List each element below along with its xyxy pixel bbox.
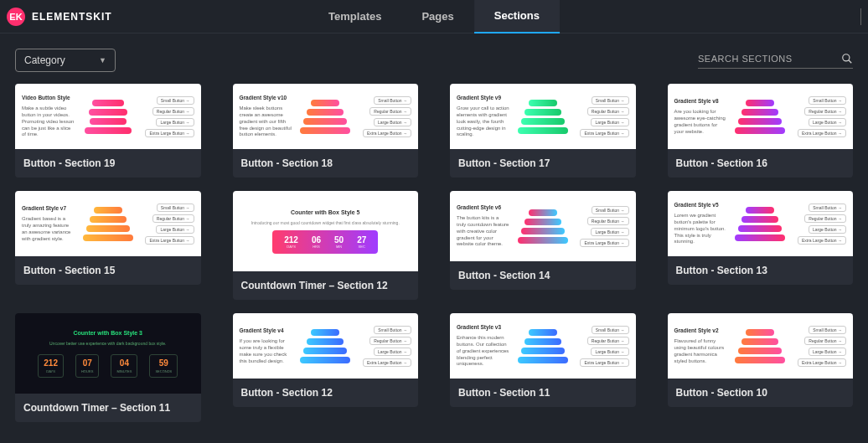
thumb-text: Gradient Style v4 If you are looking for… [240,327,292,365]
thumb-title: Video Button Style [22,95,75,101]
card-button-section-16[interactable]: Gradient Style v8 Are you looking for aw… [668,84,854,178]
pill-icon [741,338,778,345]
thumb-desc: Make a subtle video button in your video… [22,106,75,138]
outline-button: Small Button → [809,203,846,212]
search-box[interactable] [698,53,853,69]
card-button-section-19[interactable]: Video Button Style Make a subtle video b… [15,84,201,178]
svg-line-1 [849,59,852,63]
tab-sections[interactable]: Sections [474,0,560,33]
card-caption: Button - Section 15 [15,256,201,285]
card-button-section-10[interactable]: Gradient Style v2 Flavoured of funny usi… [668,313,854,407]
pill-icon [303,118,347,125]
card-button-section-11[interactable]: Gradient Style v3 Enhance this modern bu… [450,313,636,407]
thumb-desc: Grow your call to action elements with g… [457,106,509,138]
outline-button: Extra Large Button → [798,129,846,137]
card-countdown-timer-section-11[interactable]: Counter with Box Style 3 Uncover better … [15,313,201,422]
pill-icon [89,109,127,116]
category-select[interactable]: Category ▼ [15,49,116,72]
card-caption: Button - Section 16 [668,149,854,178]
countdown-seconds: 59SECONDS [149,354,178,378]
card-button-section-13[interactable]: Gradient Style v5 Lorem we gradient butt… [668,191,854,285]
thumb-text: Gradient Style v10 Make sleek buttons cr… [240,95,292,138]
card-button-section-15[interactable]: Gradient Style v7 Gradient based is a tr… [15,191,201,285]
card-caption: Button - Section 10 [668,379,854,407]
pill-icon [90,118,127,125]
card-button-section-12[interactable]: Gradient Style v4 If you are looking for… [233,313,419,407]
thumb-text: Gradient Style v9 Grow your call to acti… [457,95,509,138]
outline-button: Large Button → [591,228,628,236]
pill-icon [741,109,778,116]
card-button-section-17[interactable]: Gradient Style v9 Grow your call to acti… [450,84,636,178]
pill-icon [746,329,774,336]
outline-button: Regular Button → [587,217,629,225]
pill-icon [738,225,782,232]
tab-templates[interactable]: Templates [308,0,401,33]
search-input[interactable] [698,54,833,64]
thumb-desc: Introducing our most good countdown widg… [251,220,400,225]
pill-icon [300,127,350,134]
thumb-outline-btns: Small Button → Regular Button → Large Bu… [576,96,628,137]
thumb-pills [734,100,787,134]
countdown-hours: 07HOURS [75,354,99,378]
outline-button: Regular Button → [152,214,194,223]
outline-button: Small Button → [157,96,194,105]
pill-icon [90,216,127,223]
thumb-title: Gradient Style v7 [22,205,75,212]
thumb-text: Gradient Style v8 Are you looking for aw… [674,98,727,136]
outline-button: Large Button → [591,348,628,356]
outline-button: Large Button → [156,225,194,234]
thumb-title: Gradient Style v4 [240,327,292,334]
card-thumbnail: Gradient Style v2 Flavoured of funny usi… [668,313,854,379]
card-thumbnail: Gradient Style v5 Lorem we gradient butt… [668,191,854,256]
card-thumbnail: Gradient Style v9 Grow your call to acti… [450,84,636,149]
main-tabs: Templates Pages Sections [308,0,560,33]
outline-button: Extra Large Button → [145,129,194,137]
countdown-seconds: 27SEC [357,235,366,249]
outline-button: Large Button → [809,348,846,356]
card-thumbnail: Video Button Style Make a subtle video b… [15,84,201,149]
card-button-section-18[interactable]: Gradient Style v10 Make sleek buttons cr… [233,84,419,178]
countdown-days: 212DAYS [38,354,64,378]
card-thumbnail: Gradient Style v6 The button kits is a t… [450,191,636,261]
pill-icon [518,237,568,244]
thumb-desc: The button kits is a truly countdown fea… [457,215,509,248]
pill-icon [738,118,782,125]
outline-button: Large Button → [374,118,411,126]
thumb-title: Gradient Style v2 [674,327,727,334]
pill-icon [86,225,130,232]
thumb-text: Gradient Style v5 Lorem we gradient butt… [674,202,727,245]
outline-button: Extra Large Button → [145,236,194,245]
thumb-title: Gradient Style v6 [457,204,509,211]
thumb-title: Counter with Box Style 5 [291,209,359,215]
thumb-pills [734,329,787,363]
card-caption: Button - Section 17 [450,149,636,178]
thumb-desc: Make sleek buttons create an awesome gra… [240,106,292,138]
outline-button: Regular Button → [152,107,194,116]
card-caption: Button - Section 19 [15,149,201,178]
brand-name: ELEMENTSKIT [32,11,112,23]
thumb-pills [734,207,787,241]
pill-icon [738,348,782,354]
tab-pages[interactable]: Pages [401,0,473,33]
pill-icon [521,228,565,234]
card-countdown-timer-section-12[interactable]: Counter with Box Style 5 Introducing our… [233,191,419,300]
category-label: Category [24,54,65,66]
card-button-section-14[interactable]: Gradient Style v6 The button kits is a t… [450,191,636,290]
card-thumbnail: Gradient Style v10 Make sleek buttons cr… [233,84,419,149]
outline-button: Small Button → [374,96,411,105]
thumb-title: Gradient Style v9 [457,95,509,101]
pill-icon [94,207,122,214]
thumb-pills [81,100,134,134]
outline-button: Extra Large Button → [580,239,628,247]
outline-button: Extra Large Button → [798,236,846,245]
outline-button: Large Button → [374,348,411,356]
pill-icon [307,338,344,345]
pill-icon [524,219,561,225]
card-caption: Button - Section 18 [233,149,419,178]
thumb-desc: Enhance this modern buttons. Our collect… [457,335,509,368]
outline-button: Small Button → [809,96,846,105]
countdown-wrap: Counter with Box Style 5 Introducing our… [240,209,412,254]
card-caption: Countdown Timer – Section 11 [15,394,201,422]
thumb-title: Gradient Style v10 [240,95,292,101]
thumb-text: Gradient Style v3 Enhance this modern bu… [457,324,509,368]
